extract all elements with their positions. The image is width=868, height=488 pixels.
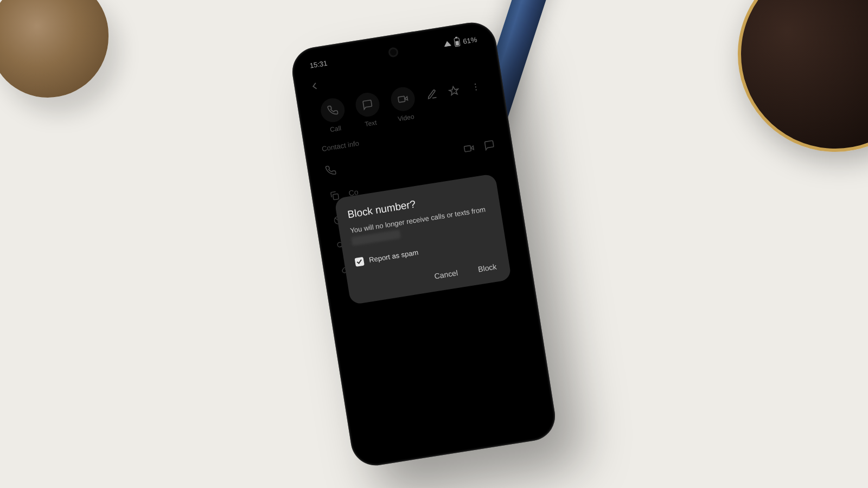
block-button[interactable]: Block — [475, 259, 500, 277]
pinecone-prop — [0, 0, 108, 98]
cancel-button[interactable]: Cancel — [431, 265, 461, 284]
sunglasses-prop — [710, 0, 868, 179]
phone-frame: 15:31 61% Call — [289, 19, 558, 469]
report-spam-label: Report as spam — [368, 248, 419, 264]
checkbox-icon[interactable] — [354, 256, 364, 266]
